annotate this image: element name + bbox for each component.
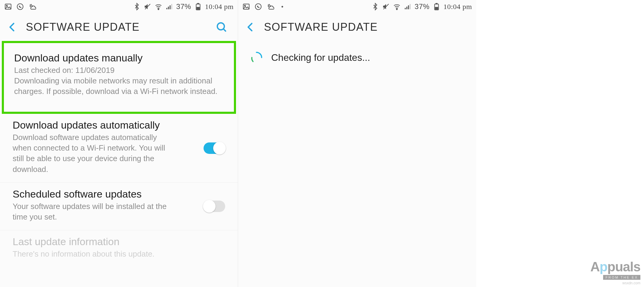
page-title: SOFTWARE UPDATE [264,21,378,33]
dot-icon: • [278,3,286,11]
svg-point-14 [397,9,397,10]
status-left-group: • [242,3,286,11]
mute-vibrate-icon [144,3,152,11]
watermark-brand: Appuals [590,259,640,274]
wifi-icon [155,3,162,11]
toggle-auto-download[interactable] [204,142,225,154]
svg-rect-0 [5,4,11,9]
row-subtitle: Download software updates automatically … [13,132,175,174]
header: SOFTWARE UPDATE [238,13,476,41]
bluetooth-icon [371,3,379,11]
mute-vibrate-icon [382,3,390,11]
row-download-manually[interactable]: Download updates manually Last checked o… [2,41,236,114]
battery-icon [194,3,202,11]
signal-icon [165,3,173,11]
image-icon [242,3,250,11]
watermark: Appuals FROM THE EX wsxdn.com [590,259,640,285]
watermark-tagline: FROM THE EX [603,275,640,280]
svg-rect-10 [243,4,249,9]
status-bar: • 37% 10:04 pm [238,0,476,13]
blank-area [476,0,644,287]
loading-spinner-icon [250,51,263,64]
watermark-letter: A [590,259,600,274]
watermark-site: wsxdn.com [590,281,640,285]
wifi-icon [393,3,401,11]
whatsapp-icon [254,3,262,11]
right-screenshot: • 37% 10:04 pm SOFTWARE UPD [238,0,476,287]
status-right-group: 37% 10:04 pm [371,2,472,11]
checking-row: Checking for updates... [238,41,476,74]
back-button[interactable] [244,21,257,33]
battery-icon [433,3,440,11]
status-left-group [4,3,36,11]
left-screenshot: 37% 10:04 pm SOFTWARE UPDATE Download up… [0,0,238,287]
svg-rect-6 [197,3,198,4]
whatsapp-icon [16,3,24,11]
toggle-knob [213,142,226,154]
header: SOFTWARE UPDATE [0,13,238,41]
watermark-letter: p [600,259,607,274]
weather-icon [28,3,36,11]
svg-point-2 [17,4,23,10]
row-subtitle-line2: Downloading via mobile networks may resu… [14,76,224,97]
settings-list: Download updates manually Last checked o… [0,41,238,267]
status-bar: 37% 10:04 pm [0,0,238,13]
row-scheduled-updates[interactable]: Scheduled software updates Your software… [0,183,238,230]
search-button[interactable] [214,20,229,34]
signal-icon [404,3,412,11]
row-last-update-info: Last update information There's no infor… [0,230,238,267]
row-download-automatically[interactable]: Download updates automatically Download … [0,114,238,182]
svg-rect-17 [435,7,438,9]
back-button[interactable] [6,21,19,33]
row-title: Download updates automatically [13,119,225,131]
row-title: Last update information [13,236,225,248]
row-subtitle-line1: Last checked on: 11/06/2019 [14,65,224,76]
watermark-letter: puals [607,259,640,274]
row-title: Scheduled software updates [13,188,225,200]
status-right-group: 37% 10:04 pm [133,2,234,11]
svg-point-1 [6,5,7,6]
page-title: SOFTWARE UPDATE [26,21,140,33]
clock: 10:04 pm [205,3,234,11]
image-icon [4,3,12,11]
svg-rect-16 [436,3,437,4]
svg-point-12 [255,4,261,10]
row-subtitle: There's no information about this update… [13,249,175,259]
row-title: Download updates manually [14,52,224,64]
weather-icon [266,3,274,11]
bluetooth-icon [133,3,141,11]
row-subtitle: Your software updates will be installed … [13,201,175,222]
clock: 10:04 pm [443,3,472,11]
svg-rect-7 [197,7,199,9]
toggle-knob [203,200,216,213]
svg-point-4 [158,9,159,10]
toggle-scheduled-updates[interactable] [204,201,225,212]
battery-percent: 37% [415,2,430,11]
svg-point-11 [244,5,245,6]
svg-line-9 [223,29,226,31]
checking-text: Checking for updates... [271,52,370,63]
battery-percent: 37% [176,2,191,11]
